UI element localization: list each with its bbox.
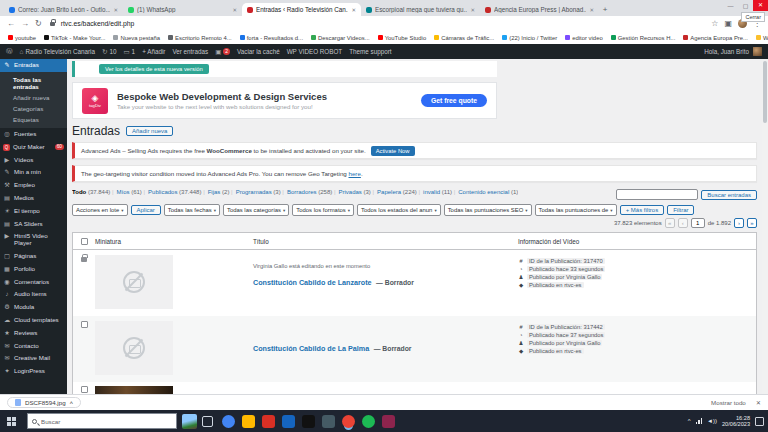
tab-europa-press[interactable]: Agencia Europa Press | Abonad... ✕ <box>480 3 599 16</box>
admin-bar-view-posts[interactable]: Ver entradas <box>172 48 208 55</box>
activate-now-button[interactable]: Activate Now <box>371 146 415 156</box>
forward-icon[interactable]: → <box>21 19 29 28</box>
more-filters-button[interactable]: + Más filtros <box>620 205 665 215</box>
admin-bar-new-content[interactable]: + Añadir <box>142 48 165 55</box>
show-all-downloads-button[interactable]: Mostrar todo <box>711 399 746 406</box>
next-page-button[interactable]: › <box>734 218 744 228</box>
bulk-actions-select[interactable]: Acciones en lote▾ <box>72 204 128 216</box>
taskbar-app-blue[interactable] <box>282 415 295 428</box>
filter-link-contenido-esencial[interactable]: Contenido esencial (1) <box>458 189 518 195</box>
filter-link-fijas[interactable]: Fijas (2) <box>208 189 233 195</box>
search-posts-input[interactable] <box>616 189 698 200</box>
sidebar-item-el-tiempo[interactable]: ☀ El tiempo <box>0 205 67 218</box>
page-scrollbar[interactable] <box>762 59 768 394</box>
readability-filter-select[interactable]: Todas las puntuaciones de▾ <box>535 204 617 216</box>
column-header-titulo[interactable]: Título <box>253 238 518 245</box>
filter-link-privadas[interactable]: Privadas (3) <box>339 189 375 195</box>
row-checkbox[interactable] <box>81 386 88 393</box>
minimize-button[interactable]: — <box>723 3 738 9</box>
tab-outlook[interactable]: Correo: Juan Brito León - Outlo... ✕ <box>4 3 123 16</box>
back-icon[interactable]: ← <box>7 19 15 28</box>
taskbar-clock[interactable]: 16:28 20/06/2023 <box>722 415 750 428</box>
close-button[interactable]: ✕ <box>753 0 768 11</box>
categories-filter-select[interactable]: Todas las categorías▾ <box>223 204 289 216</box>
bookmark-item[interactable]: forta - Resultados d... <box>240 35 303 41</box>
bookmark-item[interactable]: Agencia Europa Pre... <box>683 35 748 41</box>
taskbar-app-teams[interactable] <box>222 415 235 428</box>
admin-bar-theme-support[interactable]: Theme support <box>349 48 391 55</box>
bookmark-item[interactable]: Gestión Recursos H... <box>611 35 676 41</box>
start-button[interactable] <box>0 410 22 432</box>
address-bar[interactable]: rtvc.es/backend/edit.php <box>61 20 706 27</box>
bookmark-item[interactable]: TikTok - Make Your... <box>44 35 105 41</box>
bookmark-item[interactable]: youtube <box>8 35 36 41</box>
admin-bar-clear-cache[interactable]: Vaciar la caché <box>237 48 280 55</box>
submenu-anadir-nueva[interactable]: Añadir nueva <box>0 92 67 103</box>
sidebar-item-paginas[interactable]: ▢ Páginas <box>0 250 67 263</box>
tab-close-icon[interactable]: ✕ <box>232 7 237 13</box>
sidebar-item-sa-sliders[interactable]: ▤ SA Sliders <box>0 218 67 231</box>
task-view-icon[interactable] <box>202 416 213 427</box>
action-center-icon[interactable] <box>755 417 764 426</box>
side-panel-icon[interactable]: ▣ <box>724 19 732 28</box>
bookmark-item[interactable]: Widefier <box>756 35 768 41</box>
sidebar-item-entradas[interactable]: ✎ Entradas <box>0 59 67 72</box>
sidebar-item-comentarios[interactable]: ◉ Comentarios <box>0 276 67 289</box>
close-downloads-bar-icon[interactable]: ✕ <box>756 399 761 406</box>
taskbar-app-maroon[interactable] <box>382 415 395 428</box>
tab-wordpress-entradas[interactable]: Entradas ‹ Radio Televisión Can... ✕ <box>242 3 361 16</box>
taskbar-app-spotify[interactable] <box>362 415 375 428</box>
sidebar-item-empleo[interactable]: ⚒ Empleo <box>0 179 67 192</box>
formats-filter-select[interactable]: Todos los formatos▾ <box>292 204 354 216</box>
bookmark-item[interactable]: Escritorio Remoto 4... <box>168 35 232 41</box>
submenu-todas-las-entradas[interactable]: Todas las entradas <box>0 74 67 92</box>
bookmark-item[interactable]: Nueva pestaña <box>113 35 160 41</box>
view-version-details-button[interactable]: Ver los detalles de esta nueva versión <box>99 64 209 74</box>
current-page-input[interactable] <box>691 218 705 228</box>
sidebar-item-contacto[interactable]: ✉ Contacto <box>0 340 67 353</box>
sidebar-item-quiz-maker[interactable]: Q Quiz Maker 60 <box>0 141 67 154</box>
post-title-link[interactable]: Constitución Cabildo de La Palma <box>253 344 369 353</box>
filter-button[interactable]: Filtrar <box>667 205 694 215</box>
tab-close-icon[interactable]: ✕ <box>589 7 594 13</box>
bookmark-item[interactable]: editor video <box>565 35 602 41</box>
tab-close-icon[interactable]: ✕ <box>113 7 118 13</box>
sidebar-item-html5-video-player[interactable]: ▶ Html5 Video Player <box>0 230 67 250</box>
tab-four[interactable]: Escorpioal mega que tuviera qu... ✕ <box>361 3 480 16</box>
admin-bar-video-robot[interactable]: WP VIDEO ROBOT <box>287 48 343 55</box>
seo-score-filter-select[interactable]: Todas las puntuaciones SEO▾ <box>444 204 532 216</box>
tab-close-icon[interactable]: ✕ <box>351 7 356 13</box>
bookmark-item[interactable]: YouTube Studio <box>378 35 427 41</box>
taskbar-app-file-explorer[interactable] <box>242 415 255 428</box>
filter-link-invalid[interactable]: invalid (11) <box>423 189 455 195</box>
admin-bar-comments[interactable]: ▭ 1 <box>123 48 135 56</box>
taskbar-app-red[interactable] <box>262 415 275 428</box>
sidebar-item-modula[interactable]: ⚙ Modula <box>0 301 67 314</box>
submenu-categorias[interactable]: Categorías <box>0 103 67 114</box>
filter-link-papelera[interactable]: Papelera (224) <box>377 189 420 195</box>
sidebar-item-porfolio[interactable]: ▦ Porfolio <box>0 263 67 276</box>
add-new-post-button[interactable]: Añadir nueva <box>126 126 173 136</box>
admin-bar-plugin-notifications[interactable]: ▣ 2 <box>215 48 230 56</box>
admin-bar-updates[interactable]: ↻ 10 <box>102 48 116 56</box>
new-tab-button[interactable]: + <box>599 3 611 15</box>
scrollbar-thumb[interactable] <box>763 61 767 123</box>
user-avatar[interactable] <box>753 47 762 56</box>
last-page-button[interactable]: » <box>747 218 757 228</box>
sidebar-item-videos[interactable]: ▶ Vídeos <box>0 154 67 167</box>
sidebar-item-fuentes[interactable]: ◎ Fuentes <box>0 128 67 141</box>
filter-link-todo[interactable]: Todo (37.844) <box>72 189 113 195</box>
taskbar-app-tiktok[interactable] <box>302 415 315 428</box>
ad-status-filter-select[interactable]: Todos los estados del anun▾ <box>357 204 441 216</box>
chevron-up-icon[interactable]: ˄ <box>70 399 74 406</box>
reload-icon[interactable]: ↻ <box>35 19 42 28</box>
dates-filter-select[interactable]: Todas las fechas▾ <box>164 204 220 216</box>
news-and-interests-icon[interactable] <box>182 414 197 429</box>
sidebar-item-creative-mail[interactable]: ✉ Creative Mail <box>0 352 67 365</box>
maximize-button[interactable]: ▢ <box>738 2 753 9</box>
volume-icon[interactable]: ◄)) <box>707 418 717 424</box>
select-all-checkbox[interactable] <box>81 238 88 245</box>
taskbar-app-chrome[interactable] <box>342 415 355 428</box>
sidebar-item-audio-items[interactable]: ♪ Audio Items <box>0 288 67 301</box>
wordpress-logo-icon[interactable]: Ⓦ <box>6 47 13 56</box>
